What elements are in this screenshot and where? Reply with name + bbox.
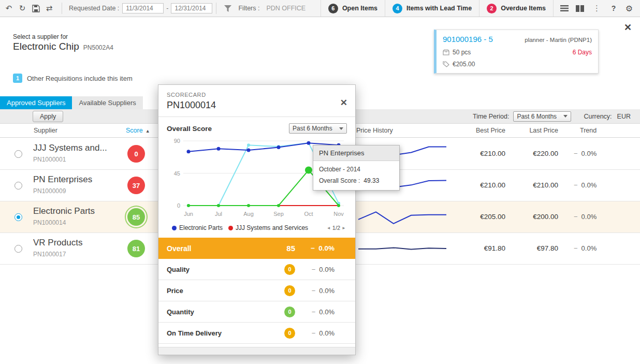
score-badge[interactable]: 81 [127, 240, 145, 257]
filters-section[interactable]: Filters : PDN OFFICE [220, 5, 310, 12]
order-number[interactable]: 901000196 - 5 [443, 35, 493, 43]
supplier-code: PN1000009 [33, 187, 66, 195]
save-icon-glyph [32, 5, 40, 12]
trend-dash-icon: − [574, 181, 578, 189]
tooltip-score: Overall Score :49.33 [319, 177, 394, 184]
quantity-value: 50 pcs [453, 49, 471, 56]
best-price-cell: €91.80 [466, 244, 505, 252]
metric-score-badge: 0 [284, 328, 295, 339]
price-tag-icon [443, 61, 449, 67]
score-badge[interactable]: 85 [127, 208, 145, 226]
svg-text:Jun: Jun [184, 211, 193, 217]
supplier-code: PN1000014 [33, 219, 66, 226]
grid-view-icon[interactable] [573, 2, 587, 15]
overall-trend-value: 0.0% [318, 244, 334, 252]
pager-prev-icon[interactable]: ◄ [327, 226, 331, 230]
requisition-count-badge: 1 [13, 74, 22, 83]
help-icon[interactable]: ? [607, 2, 620, 15]
metric-trend-value: 0.0% [319, 329, 334, 337]
date-to-input[interactable] [171, 3, 212, 13]
apply-button[interactable]: Apply [33, 111, 63, 122]
trend-dash-icon: − [574, 150, 578, 157]
column-header-last-price: Last Price [519, 127, 558, 134]
svg-text:Sep: Sep [273, 211, 284, 217]
lead-time-items-filter[interactable]: 4 Items with Lead Time [385, 0, 479, 17]
metric-trend: −0.0% [295, 329, 334, 337]
pager-next-icon[interactable]: ► [342, 226, 346, 230]
scorecard-title: PN1000014 [167, 100, 347, 111]
trend-dash-icon: − [574, 213, 578, 221]
svg-text:0: 0 [177, 202, 180, 209]
price-history-sparkline [356, 207, 449, 227]
supplier-code: PN1000017 [33, 251, 66, 258]
list-view-icon[interactable] [558, 2, 571, 15]
currency-label: Currency: [584, 113, 612, 120]
chart-legend: Electronic Parts JJJ Systems and Service… [167, 224, 347, 231]
page-title: Electronic ChipPN5002A4 [13, 41, 113, 52]
refresh-icon[interactable]: ↻ [16, 2, 29, 15]
overall-score-row: Overall 85 −0.0% [158, 238, 355, 259]
close-page-icon[interactable]: ✕ [624, 22, 632, 33]
best-price-cell: €205.00 [466, 213, 505, 221]
open-items-filter[interactable]: 6 Open Items [321, 0, 385, 17]
view-switcher: ⋮ ? ⚙ [553, 0, 640, 17]
save-icon[interactable] [29, 2, 42, 15]
scorecard-period-value: Past 6 Months [293, 125, 332, 132]
metric-score-badge: 0 [284, 307, 295, 317]
svg-text:45: 45 [174, 170, 180, 177]
supplier-radio[interactable] [14, 213, 22, 221]
time-period-select[interactable]: Past 6 Months [513, 111, 571, 122]
scorecard-footer-bar [158, 347, 355, 355]
date-from-input[interactable] [122, 3, 164, 13]
score-badge[interactable]: 0 [127, 145, 145, 163]
filters-label: Filters : [238, 5, 259, 12]
column-header-score[interactable]: Score▲ [126, 127, 150, 134]
column-header-price-history: Price History [356, 127, 393, 134]
overdue-items-filter[interactable]: 2 Overdue Items [479, 0, 553, 17]
supplier-radio[interactable] [14, 245, 22, 253]
metric-label: Quantity [167, 308, 194, 316]
close-scorecard-icon[interactable]: ✕ [340, 97, 347, 108]
requisition-note-text: Other Requisitions include this item [27, 75, 133, 82]
overflow-menu-icon[interactable]: ⋮ [593, 4, 601, 13]
metric-row-quality: Quality 0 −0.0% [158, 259, 355, 280]
filters-value: PDN OFFICE [266, 5, 306, 12]
supplier-radio[interactable] [14, 182, 22, 190]
column-header-trend: Trend [580, 127, 597, 134]
item-name: Electronic Chip [13, 41, 79, 52]
pager-position: 1/2 [332, 225, 340, 231]
column-header-supplier: Supplier [34, 127, 57, 134]
scorecard-period-select[interactable]: Past 6 Months [289, 123, 347, 134]
undo-icon[interactable]: ↶ [2, 2, 16, 15]
separator [62, 3, 62, 14]
requisition-info-card[interactable]: 901000196 - 5 planner - Martin (PDNP1) 5… [434, 30, 599, 74]
transfer-icon[interactable]: ⇄ [42, 2, 56, 15]
tab-approved-suppliers[interactable]: Approved Suppliers [0, 96, 72, 109]
legend-item[interactable]: JJJ Systems and Services [228, 224, 308, 231]
overall-row-label: Overall [167, 244, 191, 253]
supplier-name: PN Enterprises [33, 174, 92, 185]
requested-date-label: Requested Date : [69, 5, 119, 12]
open-items-label: Open Items [342, 5, 377, 12]
score-badge[interactable]: 37 [127, 177, 145, 194]
supplier-radio[interactable] [14, 150, 22, 158]
list-view-glyph [560, 5, 569, 11]
top-toolbar: ↶ ↻ ⇄ Requested Date : - Filters : PDN O… [0, 0, 640, 17]
metric-label: On Time Delivery [167, 329, 222, 337]
trend-dash-icon: − [574, 244, 578, 252]
metric-row-quantity: Quantity 0 −0.0% [158, 301, 355, 323]
trend-value: 0.0% [581, 181, 597, 189]
trend-cell: −0.0% [574, 213, 597, 221]
svg-text:Nov: Nov [333, 211, 344, 217]
trend-dash-icon: − [312, 329, 316, 337]
settings-gear-icon[interactable]: ⚙ [622, 2, 636, 15]
score-header-label: Score [126, 127, 143, 134]
tab-available-suppliers[interactable]: Available Suppliers [72, 96, 142, 109]
supplier-name: VR Products [33, 238, 82, 248]
lead-time-items-label: Items with Lead Time [406, 5, 472, 12]
svg-text:90: 90 [174, 138, 180, 144]
other-requisitions-note[interactable]: 1 Other Requisitions include this item [13, 74, 133, 83]
legend-item[interactable]: Electronic Parts [172, 224, 223, 231]
chart-tooltip: PN Enterprises October - 2014 Overall Sc… [313, 145, 400, 191]
metric-trend: −0.0% [295, 308, 334, 316]
